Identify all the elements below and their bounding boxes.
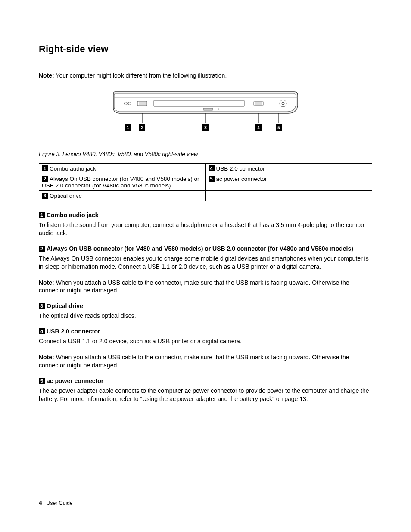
intro-note-prefix: Note: (39, 72, 54, 79)
s4-badge: 4 (39, 328, 45, 334)
figure-caption: Figure 3. Lenovo V480, V480c, V580, and … (39, 151, 372, 157)
badge-5: 5 (209, 176, 215, 182)
svg-text:2: 2 (141, 125, 143, 130)
cell-2: 2Always On USB connector (for V480 and V… (39, 174, 206, 191)
badge-3: 3 (42, 193, 48, 199)
svg-text:4: 4 (257, 125, 260, 130)
s3-body: The optical drive reads optical discs. (39, 312, 372, 320)
cell-4: 4USB 2.0 connector (206, 164, 372, 174)
table-row: 3Optical drive (39, 191, 372, 201)
intro-note: Note: Your computer might look different… (39, 72, 372, 79)
s3-heading: 3Optical drive (39, 302, 372, 309)
label-2: Always On USB connector (for V480 and V5… (42, 176, 199, 189)
footer-text: User Guide (47, 500, 73, 506)
label-4: USB 2.0 connector (216, 165, 265, 172)
cell-5: 5ac power connector (206, 174, 372, 191)
table-row: 2Always On USB connector (for V480 and V… (39, 174, 372, 191)
s1-badge: 1 (39, 212, 45, 218)
top-rule (39, 39, 372, 39)
callout-table: 1Combo audio jack 4USB 2.0 connector 2Al… (39, 163, 372, 201)
badge-2: 2 (42, 176, 48, 182)
intro-note-text: Your computer might look different from … (56, 72, 227, 79)
s2-note-text: When you attach a USB cable to the conne… (39, 279, 349, 294)
s5-body: The ac power adapter cable connects to t… (39, 387, 372, 403)
svg-text:5: 5 (277, 125, 280, 130)
cell-1: 1Combo audio jack (39, 164, 206, 174)
svg-rect-9 (255, 102, 262, 105)
s1-title: Combo audio jack (47, 212, 99, 218)
s5-title: ac power connector (47, 377, 103, 384)
s2-body: The Always On USB connector enables you … (39, 255, 372, 271)
s5-heading: 5ac power connector (39, 377, 372, 384)
s3-title: Optical drive (47, 302, 83, 309)
s4-body: Connect a USB 1.1 or 2.0 device, such as… (39, 337, 372, 345)
svg-point-7 (218, 109, 219, 110)
s4-note-prefix: Note: (39, 354, 54, 361)
page: Right-side view Note: Your computer migh… (0, 0, 411, 532)
cell-empty (206, 191, 372, 201)
label-3: Optical drive (50, 193, 82, 199)
page-number: 4 (39, 499, 42, 506)
s4-heading: 4USB 2.0 connector (39, 328, 372, 335)
svg-rect-6 (203, 108, 213, 110)
table-row: 1Combo audio jack 4USB 2.0 connector (39, 164, 372, 174)
footer: 4User Guide (39, 499, 73, 506)
s2-note: Note: When you attach a USB cable to the… (39, 279, 372, 295)
s2-badge: 2 (39, 246, 45, 252)
section-title: Right-side view (39, 44, 372, 55)
s1-heading: 1Combo audio jack (39, 212, 372, 218)
s2-note-prefix: Note: (39, 279, 54, 286)
s4-title: USB 2.0 connector (47, 328, 100, 335)
label-5: ac power connector (216, 176, 267, 182)
s5-badge: 5 (39, 378, 45, 384)
svg-text:1: 1 (127, 125, 129, 130)
badge-4: 4 (209, 165, 215, 171)
cell-3: 3Optical drive (39, 191, 206, 201)
s3-badge: 3 (39, 303, 45, 309)
s4-note: Note: When you attach a USB cable to the… (39, 353, 372, 370)
s2-title: Always On USB connector (for V480 and V5… (47, 245, 353, 252)
label-1: Combo audio jack (50, 165, 96, 172)
s4-note-text: When you attach a USB cable to the conne… (39, 354, 349, 369)
s2-heading: 2Always On USB connector (for V480 and V… (39, 245, 372, 252)
svg-rect-4 (139, 102, 146, 105)
badge-1: 1 (42, 165, 48, 171)
figure: 1 2 3 4 5 (39, 89, 372, 138)
svg-text:3: 3 (204, 125, 207, 130)
right-side-illustration: 1 2 3 4 5 (111, 89, 300, 137)
s1-body: To listen to the sound from your compute… (39, 221, 372, 237)
